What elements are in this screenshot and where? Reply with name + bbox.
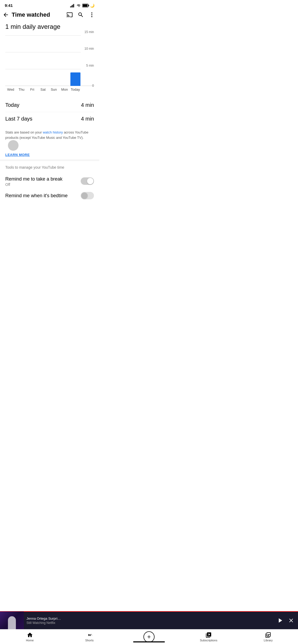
day-label-thu: Thu bbox=[16, 88, 27, 91]
svg-rect-1 bbox=[71, 6, 72, 7]
search-button[interactable] bbox=[78, 12, 84, 18]
svg-point-8 bbox=[91, 14, 92, 15]
daily-average: 1 min daily average bbox=[5, 23, 94, 30]
day-label-wed: Wed bbox=[5, 88, 16, 91]
stat-today-label: Today bbox=[5, 102, 19, 108]
remind-break-toggle[interactable] bbox=[81, 177, 94, 185]
svg-point-7 bbox=[91, 12, 92, 13]
moon-icon: 🌙 bbox=[90, 3, 94, 8]
watch-history-link[interactable]: watch history bbox=[43, 130, 63, 134]
signal-icon bbox=[70, 4, 75, 7]
status-time: 9:41 bbox=[5, 3, 13, 8]
remind-break-row: Remind me to take a break Off bbox=[5, 174, 94, 189]
y-label-0: 0 bbox=[92, 84, 94, 88]
bar-today bbox=[70, 36, 81, 86]
status-icons: 🌙 bbox=[70, 3, 94, 8]
stat-today: Today 4 min bbox=[5, 98, 94, 112]
bar-fri bbox=[27, 36, 38, 86]
y-label-15: 15 min bbox=[84, 30, 94, 34]
bedtime-row: Remind me when it's bedtime bbox=[5, 189, 94, 202]
page-title: Time watched bbox=[12, 11, 64, 18]
info-text: Stats are based on your watch history ac… bbox=[5, 130, 94, 151]
info-section: Stats are based on your watch history ac… bbox=[0, 126, 99, 159]
chart-container: 15 min 10 min 5 min 0 bbox=[5, 36, 94, 91]
day-labels: Wed Thu Fri Sat Sun Mon Today bbox=[5, 88, 81, 91]
stat-7days-label: Last 7 days bbox=[5, 116, 32, 122]
day-label-mon: Mon bbox=[59, 88, 70, 91]
status-bar: 9:41 🌙 bbox=[0, 0, 99, 9]
top-bar-actions bbox=[66, 12, 95, 18]
stats-section: Today 4 min Last 7 days 4 min bbox=[0, 94, 99, 126]
day-label-sun: Sun bbox=[48, 88, 59, 91]
bedtime-toggle-knob bbox=[81, 192, 88, 199]
svg-rect-3 bbox=[73, 4, 74, 7]
svg-point-9 bbox=[91, 16, 92, 17]
svg-rect-0 bbox=[70, 6, 71, 7]
day-label-fri: Fri bbox=[27, 88, 38, 91]
bars-area bbox=[5, 36, 81, 86]
day-label-today: Today bbox=[70, 88, 81, 91]
more-button[interactable] bbox=[89, 12, 95, 18]
svg-rect-5 bbox=[83, 4, 88, 7]
svg-rect-2 bbox=[72, 5, 73, 7]
stat-today-value: 4 min bbox=[81, 102, 94, 108]
tools-heading: Tools to manage your YouTube time bbox=[5, 165, 94, 169]
loading-spinner bbox=[8, 140, 19, 151]
day-label-sat: Sat bbox=[38, 88, 48, 91]
stat-7days: Last 7 days 4 min bbox=[5, 112, 94, 126]
battery-icon bbox=[82, 4, 89, 7]
y-label-10: 10 min bbox=[84, 47, 94, 50]
bar-sat bbox=[38, 36, 48, 86]
bedtime-title: Remind me when it's bedtime bbox=[5, 193, 68, 199]
remind-break-subtitle: Off bbox=[5, 182, 62, 187]
top-bar: Time watched bbox=[0, 9, 99, 20]
bedtime-toggle[interactable] bbox=[81, 192, 94, 199]
bar-sun bbox=[48, 36, 59, 86]
bar-thu bbox=[16, 36, 27, 86]
wifi-icon bbox=[76, 4, 81, 7]
main-content: 1 min daily average 15 min 10 min 5 min … bbox=[0, 20, 99, 91]
learn-more-link[interactable]: LEARN MORE bbox=[5, 153, 94, 157]
back-button[interactable] bbox=[3, 12, 9, 18]
chart-grid: 15 min 10 min 5 min 0 bbox=[5, 36, 81, 86]
y-label-5: 5 min bbox=[86, 64, 94, 67]
tools-section: Tools to manage your YouTube time Remind… bbox=[0, 161, 99, 202]
cast-button[interactable] bbox=[66, 12, 73, 18]
toggle-knob bbox=[87, 178, 93, 184]
remind-break-title: Remind me to take a break bbox=[5, 176, 62, 182]
svg-rect-6 bbox=[88, 5, 89, 6]
bar-mon bbox=[59, 36, 70, 86]
bar-wed bbox=[5, 36, 16, 86]
stat-7days-value: 4 min bbox=[81, 116, 94, 122]
